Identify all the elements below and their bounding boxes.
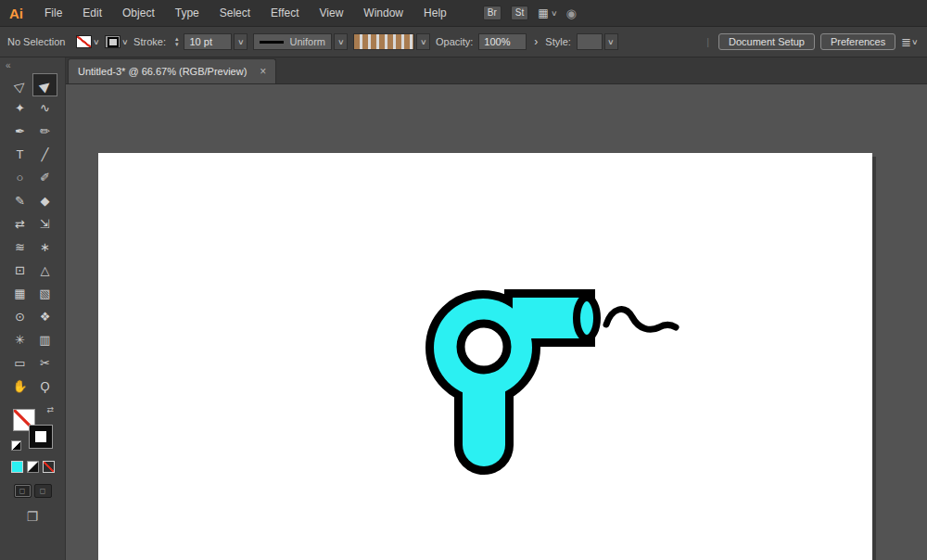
menu-item-help[interactable]: Help bbox=[413, 0, 457, 26]
scale-tool[interactable]: ⇲ bbox=[32, 212, 57, 235]
tool-icon: ✏ bbox=[40, 125, 50, 137]
gradient-tool[interactable]: ▧ bbox=[32, 282, 57, 305]
brush-preview bbox=[353, 33, 414, 50]
swatch-cyan[interactable] bbox=[11, 461, 23, 473]
menu-item-view[interactable]: View bbox=[310, 0, 354, 26]
symbol-sprayer-tool[interactable]: ✳ bbox=[7, 328, 32, 351]
swatch-gradient[interactable] bbox=[27, 461, 39, 473]
menu-item-select[interactable]: Select bbox=[210, 0, 260, 26]
eyedropper-tool[interactable]: ⊙ bbox=[7, 305, 32, 328]
magic-wand-tool[interactable]: ✦ bbox=[7, 96, 32, 120]
tool-icon: ✒ bbox=[15, 125, 25, 137]
hand-tool[interactable]: ✋ bbox=[7, 375, 32, 398]
menu-bar: Ai FileEditObjectTypeSelectEffectViewWin… bbox=[0, 0, 927, 27]
dryer-intake-circle[interactable] bbox=[461, 324, 507, 370]
lasso-tool[interactable]: ∿ bbox=[32, 96, 57, 120]
direct-selection-tool[interactable]: ▷ bbox=[7, 73, 32, 96]
line-segment-tool[interactable]: ╱ bbox=[32, 143, 57, 166]
app-logo[interactable]: Ai bbox=[0, 6, 34, 21]
swap-fill-stroke-icon[interactable]: ⇄ bbox=[46, 405, 54, 414]
document-setup-button[interactable]: Document Setup bbox=[718, 33, 815, 50]
draw-behind-button[interactable]: ◻ bbox=[34, 484, 52, 498]
menu-item-effect[interactable]: Effect bbox=[260, 0, 309, 26]
free-transform-tool[interactable]: ⊡ bbox=[7, 259, 32, 282]
tool-icon: ▭ bbox=[14, 357, 25, 369]
draw-mode-buttons: ◻ ◻ bbox=[14, 484, 52, 498]
paintbrush-tool[interactable]: ✐ bbox=[32, 166, 57, 189]
menu-item-object[interactable]: Object bbox=[112, 0, 165, 26]
zoom-tool[interactable]: Ϙ bbox=[32, 375, 57, 398]
align-icon: ≣ bbox=[901, 35, 910, 49]
document-area: Untitled-3* @ 66.67% (RGB/Preview) × bbox=[66, 57, 927, 560]
brush-definition-select[interactable]: ∨ bbox=[353, 33, 430, 50]
bridge-button[interactable]: Br bbox=[483, 6, 502, 20]
pen-tool[interactable]: ✒ bbox=[7, 120, 32, 143]
slice-tool[interactable]: ✂ bbox=[32, 351, 57, 375]
stroke-weight-value: 10 pt bbox=[184, 33, 232, 50]
tool-icon: ▷ bbox=[12, 77, 28, 94]
style-label: Style: bbox=[545, 36, 571, 47]
tools-grid: ▷▶✦∿✒✏T╱○✐✎◆⇄⇲≋∗⊡△▦▧⊙❖✳▥▭✂✋Ϙ bbox=[7, 73, 57, 398]
fill-color-dropdown[interactable]: ∨ bbox=[76, 35, 99, 48]
ellipse-tool[interactable]: ○ bbox=[7, 166, 32, 189]
canvas-svg bbox=[66, 84, 927, 560]
divider: | bbox=[703, 36, 713, 47]
screen-mode-icon[interactable]: ❐ bbox=[27, 509, 39, 524]
variable-width-profile-select[interactable]: Uniform ∨ bbox=[253, 33, 348, 50]
chevron-down-icon: ∨ bbox=[420, 38, 427, 46]
preferences-button[interactable]: Preferences bbox=[820, 33, 895, 50]
menu-item-edit[interactable]: Edit bbox=[72, 0, 112, 26]
blend-tool[interactable]: ❖ bbox=[32, 305, 57, 328]
perspective-grid-tool[interactable]: △ bbox=[32, 259, 57, 282]
stroke-weight-select[interactable]: 10 pt ∨ bbox=[184, 33, 248, 50]
tool-icon: ❖ bbox=[40, 311, 51, 323]
tool-icon: ≋ bbox=[15, 241, 25, 253]
workspace-switcher[interactable]: ▦ ∨ bbox=[538, 6, 556, 19]
type-tool[interactable]: T bbox=[7, 143, 32, 166]
tool-icon: Ϙ bbox=[40, 380, 49, 392]
collapse-panel-icon[interactable]: « bbox=[0, 57, 65, 71]
stroke-color-swatch bbox=[105, 35, 121, 48]
tool-icon: ╱ bbox=[42, 148, 49, 160]
opacity-options-icon[interactable]: › bbox=[532, 35, 540, 48]
width-tool[interactable]: ≋ bbox=[7, 235, 32, 259]
swatch-none[interactable] bbox=[43, 461, 55, 473]
tool-icon: ✂ bbox=[40, 357, 50, 369]
menu-item-window[interactable]: Window bbox=[353, 0, 413, 26]
stroke-weight-stepper[interactable]: ▴ ▾ bbox=[175, 36, 179, 47]
menu-item-file[interactable]: File bbox=[34, 0, 72, 26]
stroke-label: Stroke: bbox=[133, 36, 166, 47]
eraser-tool[interactable]: ◆ bbox=[32, 189, 57, 212]
draw-normal-button[interactable]: ◻ bbox=[14, 484, 32, 498]
opacity-input[interactable]: 100% bbox=[478, 33, 527, 50]
artboard-tool[interactable]: ▭ bbox=[7, 351, 32, 375]
document-tab[interactable]: Untitled-3* @ 66.67% (RGB/Preview) × bbox=[68, 58, 276, 83]
selection-tool[interactable]: ▶ bbox=[32, 73, 57, 96]
document-tabs: Untitled-3* @ 66.67% (RGB/Preview) × bbox=[66, 57, 927, 84]
mesh-tool[interactable]: ▦ bbox=[7, 282, 32, 305]
tool-icon: ✋ bbox=[12, 380, 27, 392]
align-options[interactable]: ≣ ∨ bbox=[901, 35, 918, 49]
curvature-tool[interactable]: ✏ bbox=[32, 120, 57, 143]
tool-icon: ∗ bbox=[40, 241, 50, 253]
tab-close-icon[interactable]: × bbox=[260, 65, 266, 78]
stock-button[interactable]: St bbox=[511, 6, 528, 20]
chevron-down-icon: ∨ bbox=[551, 9, 558, 18]
device-preview-icon[interactable]: ◉ bbox=[565, 6, 576, 20]
canvas[interactable] bbox=[66, 84, 927, 560]
profile-value: Uniform bbox=[289, 36, 325, 47]
shaper-tool[interactable]: ∗ bbox=[32, 235, 57, 259]
reflect-tool[interactable]: ⇄ bbox=[7, 212, 32, 235]
default-fill-stroke-icon[interactable] bbox=[11, 440, 21, 451]
menu-item-type[interactable]: Type bbox=[165, 0, 210, 26]
tool-icon: ▧ bbox=[39, 287, 50, 299]
style-select[interactable]: ∨ bbox=[577, 33, 618, 50]
graph-tool[interactable]: ▥ bbox=[32, 328, 57, 351]
stroke-color-dropdown[interactable]: ∨ bbox=[105, 35, 128, 48]
nozzle-opening[interactable] bbox=[577, 298, 597, 338]
tool-icon: ✳ bbox=[15, 334, 25, 346]
chevron-down-icon: ∨ bbox=[93, 38, 100, 46]
stroke-swatch-black[interactable] bbox=[30, 426, 52, 448]
illustrator-window: Ai FileEditObjectTypeSelectEffectViewWin… bbox=[0, 0, 927, 560]
pencil-tool[interactable]: ✎ bbox=[7, 189, 32, 212]
